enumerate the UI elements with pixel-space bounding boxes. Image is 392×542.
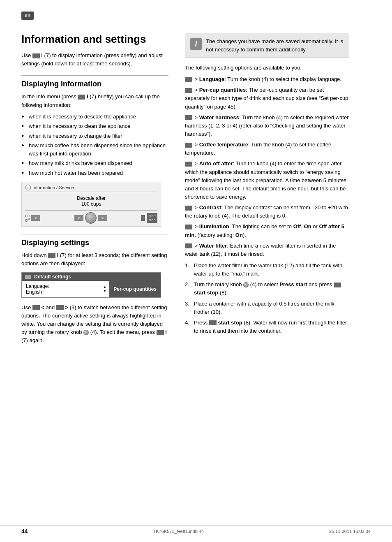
page-number: 44	[21, 528, 28, 535]
info-note-text: The changes you have made are saved auto…	[206, 37, 344, 53]
nav-controls-left: onoff <	[25, 213, 40, 222]
setting-water-hardness: > Water hardness: Turn the knob (4) to s…	[185, 113, 349, 138]
info-note-icon: i	[190, 38, 202, 50]
bullet-list: when it is necessary to descale the appl…	[21, 113, 168, 177]
step-num-2: 2.	[185, 280, 189, 289]
numbered-steps-list: 1. Place the water filter in the water t…	[185, 262, 349, 335]
nav-left-btn[interactable]: <	[31, 215, 40, 221]
percup-label: Per-cup quantities	[113, 286, 157, 292]
step-num-3: 3.	[185, 300, 189, 308]
descale-text: Descale after100 cups	[77, 195, 106, 207]
nav-arrow-right[interactable]: >	[98, 215, 107, 221]
footer-file: TK76K573_Heft1.indb 44	[153, 529, 204, 534]
list-item: how much hot water has been prepared	[21, 169, 168, 177]
settings-language: Language:English	[22, 281, 100, 297]
section2-title: Displaying settings	[21, 239, 168, 247]
step-4: 4. Press start stop (8). Water will now …	[185, 319, 349, 335]
section1-intro: In the Info menu (press i (7) briefly) y…	[21, 93, 168, 109]
main-title: Information and settings	[21, 33, 168, 46]
divider-2	[21, 234, 168, 234]
info-screen-content: Descale after100 cups	[25, 194, 157, 208]
list-item: when it is necessary to change the filte…	[21, 132, 168, 140]
intro-text: Use i (7) to display information (press …	[21, 51, 168, 68]
divider-1	[21, 75, 168, 76]
section2-body: Use < and > (3) to switch between the di…	[21, 303, 168, 345]
step-1: 1. Place the water filter in the water t…	[185, 262, 349, 278]
right-intro: The following setting options are availa…	[185, 64, 349, 72]
settings-box-body: Language:English ▲ ▼ Per-cup quantities	[22, 281, 161, 297]
right-column: i The changes you have made are saved au…	[177, 33, 366, 348]
language-badge: en	[21, 12, 34, 20]
nav-arrow-left[interactable]: <	[74, 215, 83, 221]
setting-percup: > Per-cup quantities: The per-cup quanti…	[185, 86, 349, 111]
page-container: en Information and settings Use i (7) to…	[0, 0, 392, 542]
page-footer: 44 TK76K573_Heft1.indb 44 25.11.2011 16:…	[0, 525, 392, 535]
arrow-down-icon: ▼	[103, 289, 106, 293]
nav-controls-right: i startstop	[141, 213, 157, 223]
on-off-label: onoff	[25, 213, 30, 222]
list-item: when it is necessary to clean the applia…	[21, 122, 168, 130]
rotary-knob[interactable]	[85, 212, 97, 224]
setting-contrast: > Contrast: The display contrast can be …	[185, 204, 349, 220]
settings-arrows: ▲ ▼	[100, 281, 109, 297]
info-screen-header: i Information / Service	[25, 185, 157, 192]
info-screen-title: Information / Service	[32, 185, 74, 190]
setting-illumination: > Illumination: The lighting can be set …	[185, 222, 349, 239]
footer-date: 25.11.2011 16:02:04	[329, 529, 371, 534]
settings-box: Default settings Language:English ▲ ▼ Pe…	[21, 272, 161, 298]
setting-auto-off: > Auto off after: Turn the knob (4) to e…	[185, 160, 349, 201]
list-item: how much coffee has been dispensed since…	[21, 141, 168, 158]
step-3: 3. Place a container with a capacity of …	[185, 300, 349, 316]
step-num-4: 4.	[185, 319, 189, 327]
info-screen-nav: onoff < < > i startstop	[25, 210, 157, 224]
settings-box-title: Default settings	[34, 274, 71, 280]
step-num-1: 1.	[185, 262, 189, 270]
section2-intro: Hold down i (7) for at least 3 seconds; …	[21, 251, 168, 268]
step-2: 2. Turn the rotary knob (4) to select Pr…	[185, 280, 349, 297]
info-note-box: i The changes you have made are saved au…	[185, 33, 349, 58]
setting-coffee-temp: > Coffee temperature: Turn the knob (4) …	[185, 141, 349, 157]
i-btn[interactable]: i	[141, 215, 145, 221]
settings-percup: Per-cup quantities	[109, 281, 161, 297]
info-circle-icon: i	[25, 185, 31, 190]
list-item: how many milk drinks have been dispensed	[21, 159, 168, 167]
setting-water-filter: > Water filter: Each time a new water fi…	[185, 242, 349, 258]
setting-language: > Language: Turn the knob (4) to select …	[185, 75, 349, 83]
info-screen-box: i Information / Service Descale after100…	[21, 182, 161, 227]
start-stop-btn-small[interactable]: startstop	[147, 213, 157, 223]
section1-title: Displaying information	[21, 80, 168, 88]
nav-controls-center: < >	[74, 212, 107, 224]
settings-box-header: Default settings	[22, 273, 161, 281]
language-label: Language:English	[26, 283, 49, 295]
left-column: Information and settings Use i (7) to di…	[0, 33, 177, 348]
list-item: when it is necessary to descale the appl…	[21, 113, 168, 121]
